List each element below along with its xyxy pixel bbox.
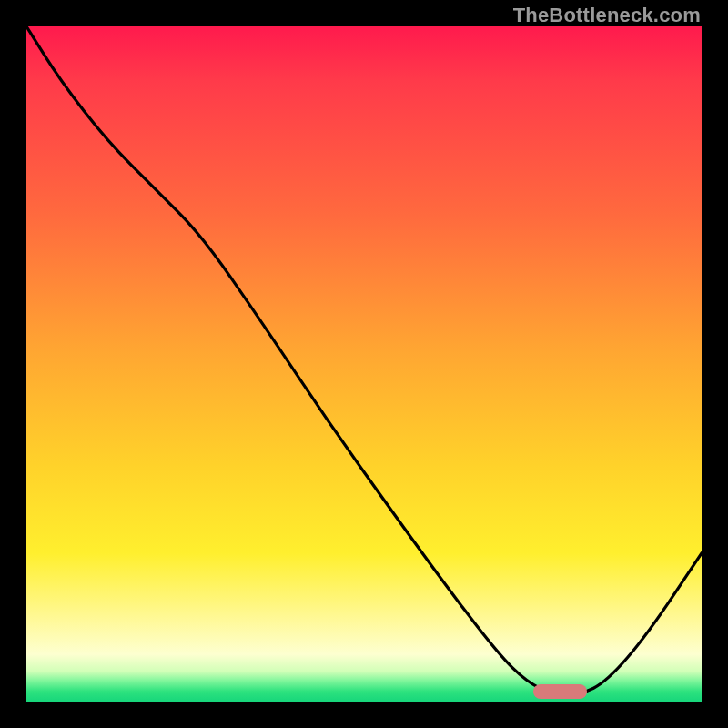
watermark-text: TheBottleneck.com (513, 4, 701, 27)
plot-area (26, 26, 702, 702)
chart-frame: TheBottleneck.com (0, 0, 728, 728)
optimal-range-marker (533, 684, 587, 699)
